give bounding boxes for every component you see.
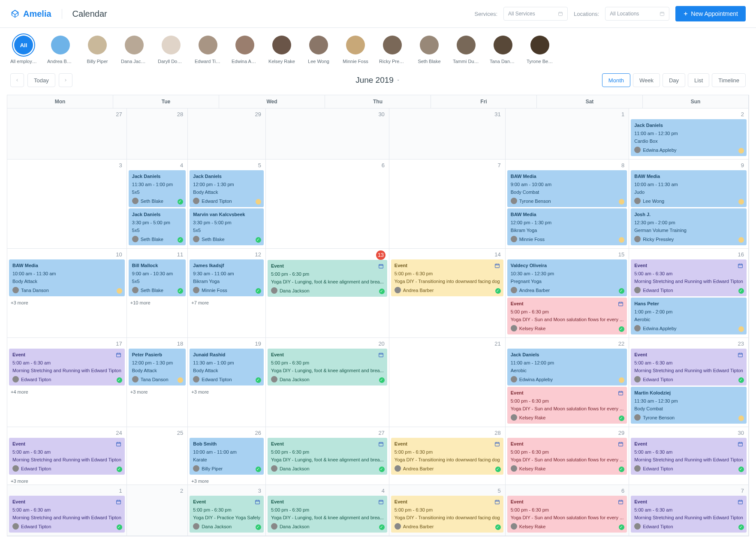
calendar-event[interactable]: BAW Media10:00 am - 11:30 amJudoLee Wong: [631, 170, 747, 207]
calendar-event[interactable]: Event5:00 am - 6:30 amMorning Stretching…: [9, 438, 125, 475]
employee-billy-piper[interactable]: Billy Piper: [84, 36, 111, 64]
calendar-event[interactable]: Event5:00 pm - 6:30 pmYoga DIY - Transit…: [391, 259, 503, 296]
calendar-cell[interactable]: 28: [127, 108, 188, 160]
employee-all-employees[interactable]: AllAll employees: [10, 36, 37, 64]
calendar-cell[interactable]: 21: [389, 338, 506, 427]
calendar-cell[interactable]: 7: [389, 160, 506, 249]
calendar-cell[interactable]: 16Event5:00 am - 6:30 amMorning Stretchi…: [629, 249, 749, 338]
calendar-cell[interactable]: 29Event5:00 pm - 6:30 pmYoga DIY - Sun a…: [506, 427, 629, 485]
more-events-link[interactable]: +3 more: [127, 388, 188, 395]
view-tab-list[interactable]: List: [688, 73, 709, 87]
calendar-event[interactable]: Event5:00 pm - 6:30 pmYoga DIY - Sun and…: [507, 496, 627, 533]
view-tab-timeline[interactable]: Timeline: [712, 73, 746, 87]
calendar-event[interactable]: Jack Daniels3:30 pm - 5:00 pm5x5Seth Bla…: [129, 208, 186, 245]
calendar-event[interactable]: Event5:00 am - 6:30 amMorning Stretching…: [9, 496, 125, 533]
prev-button[interactable]: [10, 73, 24, 87]
more-events-link[interactable]: +3 more: [188, 478, 265, 485]
calendar-cell[interactable]: 27Event5:00 pm - 6:30 pmYoga DIY - Lungi…: [266, 427, 389, 485]
calendar-event[interactable]: BAW Media10:00 am - 11:30 amBody AttackT…: [9, 259, 125, 296]
calendar-cell[interactable]: 3Event5:00 pm - 6:30 pmYoga DIY - Practi…: [188, 485, 266, 536]
today-button[interactable]: Today: [27, 73, 55, 87]
employee-lee-wong[interactable]: Lee Wong: [305, 36, 332, 64]
more-events-link[interactable]: +7 more: [188, 299, 265, 306]
calendar-event[interactable]: Bill Mallock9:00 am - 10:30 am5x5Seth Bl…: [129, 259, 186, 296]
calendar-event[interactable]: Event5:00 am - 6:30 amMorning Stretching…: [631, 438, 747, 475]
calendar-cell[interactable]: 1Event5:00 am - 6:30 amMorning Stretchin…: [7, 485, 127, 536]
more-events-link[interactable]: +10 more: [127, 299, 188, 306]
calendar-cell[interactable]: 10BAW Media10:00 am - 11:30 amBody Attac…: [7, 249, 127, 338]
calendar-event[interactable]: Event5:00 pm - 6:30 pmYoga DIY - Practic…: [190, 496, 264, 533]
calendar-cell[interactable]: 7Event5:00 am - 6:30 amMorning Stretchin…: [629, 485, 749, 536]
calendar-event[interactable]: Event5:00 pm - 6:30 pmYoga DIY - Lunging…: [268, 260, 387, 297]
calendar-cell[interactable]: 24Event5:00 am - 6:30 amMorning Stretchi…: [7, 427, 127, 485]
calendar-event[interactable]: Event5:00 pm - 6:30 pmYoga DIY - Transit…: [391, 438, 503, 475]
more-events-link[interactable]: +3 more: [7, 299, 127, 306]
calendar-cell[interactable]: 18Peter Pasierb12:00 pm - 1:30 pmBody At…: [127, 338, 188, 427]
calendar-cell[interactable]: 26Bob Smith10:00 am - 11:00 amKarateBill…: [188, 427, 266, 485]
calendar-cell[interactable]: 2Jack Daniels11:00 am - 12:30 pmCardio B…: [629, 108, 749, 160]
employee-dana-jackson[interactable]: Dana Jackson: [121, 36, 148, 64]
employee-ricky-pressley[interactable]: Ricky Pressley: [379, 36, 406, 64]
calendar-event[interactable]: Event5:00 pm - 6:30 pmYoga DIY - Sun and…: [507, 387, 627, 424]
calendar-event[interactable]: Martin Kolodziej11:30 am - 12:30 pmBody …: [631, 387, 747, 424]
calendar-event[interactable]: Junaid Rashid11:30 am - 1:00 pmBody Atta…: [190, 349, 264, 385]
employee-seth-blake[interactable]: Seth Blake: [416, 36, 443, 64]
calendar-event[interactable]: Jack Daniels11:00 am - 12:30 pmCardio Bo…: [631, 119, 747, 156]
employee-minnie-foss[interactable]: Minnie Foss: [342, 36, 369, 64]
employee-kelsey-rake[interactable]: Kelsey Rake: [268, 36, 295, 64]
next-button[interactable]: [59, 73, 72, 87]
employee-tana-danson[interactable]: Tana Danson: [490, 36, 516, 64]
calendar-cell[interactable]: 12James Ikadsjf9:30 am - 11:00 amBikram …: [188, 249, 266, 338]
view-tab-day[interactable]: Day: [663, 73, 685, 87]
calendar-event[interactable]: Event5:00 am - 6:30 amMorning Stretching…: [631, 259, 747, 296]
calendar-cell[interactable]: 5Jack Daniels12:00 pm - 1:30 pmBody Atta…: [188, 160, 266, 249]
calendar-cell[interactable]: 13Event5:00 pm - 6:30 pmYoga DIY - Lungi…: [266, 249, 389, 338]
calendar-event[interactable]: Event5:00 pm - 6:30 pmYoga DIY - Lunging…: [268, 438, 387, 475]
services-select[interactable]: All Services: [503, 7, 568, 21]
calendar-cell[interactable]: 30Event5:00 am - 6:30 amMorning Stretchi…: [629, 427, 749, 485]
employee-edward-tipton[interactable]: Edward Tipton: [195, 36, 221, 64]
calendar-cell[interactable]: 30: [266, 108, 389, 160]
calendar-event[interactable]: Event5:00 am - 6:30 amMorning Stretching…: [631, 349, 747, 385]
more-events-link[interactable]: +3 more: [188, 388, 265, 395]
calendar-event[interactable]: Jack Daniels12:00 pm - 1:30 pmBody Attac…: [190, 170, 264, 207]
calendar-cell[interactable]: 5Event5:00 pm - 6:30 pmYoga DIY - Transi…: [389, 485, 506, 536]
calendar-cell[interactable]: 8BAW Media9:00 am - 10:00 amBody CombatT…: [506, 160, 629, 249]
calendar-cell[interactable]: 6: [266, 160, 389, 249]
calendar-cell[interactable]: 17Event5:00 am - 6:30 amMorning Stretchi…: [7, 338, 127, 427]
new-appointment-button[interactable]: New Appointment: [675, 6, 746, 21]
calendar-event[interactable]: Event5:00 pm - 6:30 pmYoga DIY - Sun and…: [507, 438, 627, 475]
calendar-cell[interactable]: 6Event5:00 pm - 6:30 pmYoga DIY - Sun an…: [506, 485, 629, 536]
calendar-event[interactable]: Event5:00 pm - 6:30 pmYoga DIY - Sun and…: [507, 298, 627, 334]
calendar-event[interactable]: Event5:00 pm - 6:30 pmYoga DIY - Lunging…: [268, 496, 387, 533]
calendar-event[interactable]: Jack Daniels11:30 am - 1:00 pm5x5Seth Bl…: [129, 170, 186, 207]
calendar-cell[interactable]: 3: [7, 160, 127, 249]
calendar-event[interactable]: James Ikadsjf9:30 am - 11:00 amBikram Yo…: [190, 259, 264, 296]
date-title[interactable]: June 2019: [355, 75, 401, 85]
calendar-cell[interactable]: 29: [188, 108, 266, 160]
calendar-event[interactable]: Marvin van Kalcvsbeek3:30 pm - 5:00 pm5x…: [190, 208, 264, 245]
more-events-link[interactable]: +3 more: [7, 478, 127, 485]
calendar-cell[interactable]: 28Event5:00 pm - 6:30 pmYoga DIY - Trans…: [389, 427, 506, 485]
calendar-cell[interactable]: 1: [506, 108, 629, 160]
calendar-event[interactable]: Event5:00 am - 6:30 amMorning Stretching…: [9, 349, 125, 385]
calendar-cell[interactable]: 2: [127, 485, 188, 536]
calendar-cell[interactable]: 27: [7, 108, 127, 160]
calendar-cell[interactable]: 15Valdecy Oliveira10:30 am - 12:30 pmPre…: [506, 249, 629, 338]
calendar-event[interactable]: Valdecy Oliveira10:30 am - 12:30 pmPregn…: [507, 259, 627, 296]
calendar-cell[interactable]: 31: [389, 108, 506, 160]
calendar-cell[interactable]: 4Jack Daniels11:30 am - 1:00 pm5x5Seth B…: [127, 160, 188, 249]
calendar-event[interactable]: Event5:00 pm - 6:30 pmYoga DIY - Lunging…: [268, 349, 387, 385]
more-events-link[interactable]: +4 more: [7, 388, 127, 395]
calendar-cell[interactable]: 20Event5:00 pm - 6:30 pmYoga DIY - Lungi…: [266, 338, 389, 427]
calendar-cell[interactable]: 4Event5:00 pm - 6:30 pmYoga DIY - Lungin…: [266, 485, 389, 536]
calendar-cell[interactable]: 11Bill Mallock9:00 am - 10:30 am5x5Seth …: [127, 249, 188, 338]
employee-tammi-dukes[interactable]: Tammi Dukes: [453, 36, 479, 64]
calendar-cell[interactable]: 19Junaid Rashid11:30 am - 1:00 pmBody At…: [188, 338, 266, 427]
locations-select[interactable]: All Locations: [605, 7, 669, 21]
calendar-event[interactable]: Hans Peter1:00 pm - 2:00 pmAerobicEdwina…: [631, 298, 747, 334]
calendar-cell[interactable]: 22Jack Daniels11:00 am - 12:00 pmAerobic…: [506, 338, 629, 427]
calendar-event[interactable]: BAW Media9:00 am - 10:00 amBody CombatTy…: [507, 170, 627, 207]
view-tab-month[interactable]: Month: [602, 73, 630, 87]
employee-andrea-barber[interactable]: Andrea Barber: [47, 36, 74, 64]
